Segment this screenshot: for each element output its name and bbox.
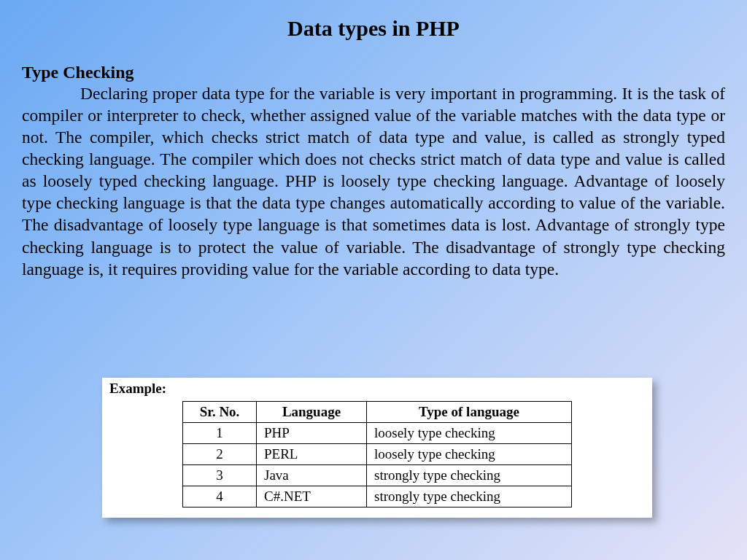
- cell-lang: PHP: [257, 423, 367, 444]
- cell-sr: 4: [183, 486, 257, 508]
- cell-lang: Java: [257, 465, 367, 486]
- header-type: Type of language: [367, 402, 572, 423]
- slide: Data types in PHP Type Checking Declarin…: [0, 0, 747, 560]
- table-row: 2 PERL loosely type checking: [183, 444, 572, 465]
- example-box: Example: Sr. No. Language Type of langua…: [102, 378, 652, 518]
- section-heading: Type Checking: [22, 63, 747, 82]
- header-sr: Sr. No.: [183, 402, 257, 423]
- table-header-row: Sr. No. Language Type of language: [183, 402, 572, 423]
- header-lang: Language: [257, 402, 367, 423]
- table-row: 1 PHP loosely type checking: [183, 423, 572, 444]
- cell-sr: 1: [183, 423, 257, 444]
- cell-type: strongly type checking: [367, 486, 572, 508]
- cell-type: strongly type checking: [367, 465, 572, 486]
- slide-title: Data types in PHP: [0, 0, 747, 41]
- language-table: Sr. No. Language Type of language 1 PHP …: [182, 401, 572, 508]
- example-label: Example:: [109, 381, 646, 397]
- cell-type: loosely type checking: [367, 444, 572, 465]
- table-row: 4 C#.NET strongly type checking: [183, 486, 572, 508]
- cell-sr: 2: [183, 444, 257, 465]
- body-paragraph: Declaring proper data type for the varia…: [22, 82, 725, 280]
- cell-type: loosely type checking: [367, 423, 572, 444]
- cell-sr: 3: [183, 465, 257, 486]
- table-row: 3 Java strongly type checking: [183, 465, 572, 486]
- cell-lang: PERL: [257, 444, 367, 465]
- cell-lang: C#.NET: [257, 486, 367, 508]
